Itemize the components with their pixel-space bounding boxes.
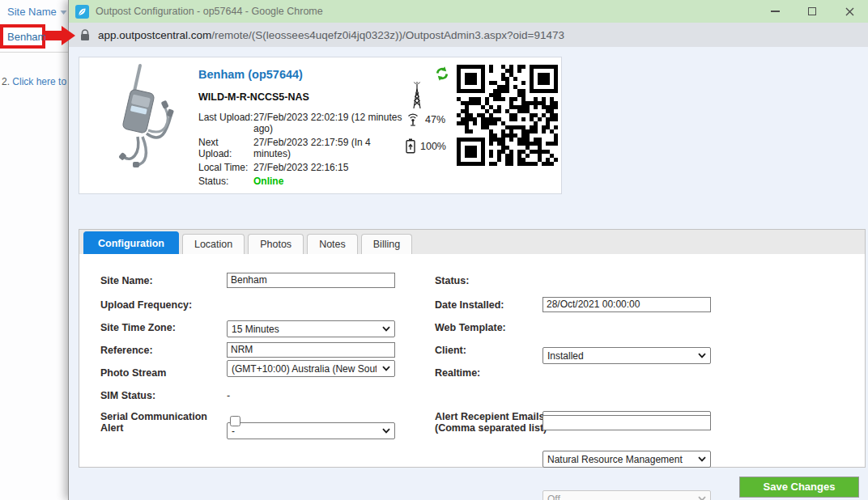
- url-path: /remote/(S(leossees4uqefz0i4jq0323z))/Ou…: [211, 29, 564, 41]
- next-upload-value: 27/Feb/2023 22:17:59 (In 4 minutes): [253, 137, 411, 159]
- annotation-arrow: [45, 31, 62, 40]
- device-photo: [96, 62, 197, 179]
- web-template-label: Web Template:: [435, 322, 548, 333]
- sim-status-label: SIM Status:: [100, 390, 227, 401]
- lock-icon: [80, 29, 90, 41]
- url-host: app.outpostcentral.com: [98, 29, 211, 41]
- maximize-button[interactable]: [794, 0, 831, 23]
- battery-icon: [406, 138, 415, 154]
- chevron-down-icon: [382, 428, 390, 434]
- alert-recipient-emails-field: [542, 414, 711, 430]
- site-time-zone-value: (GMT+10:00) Australia (New South Wales): [228, 363, 377, 375]
- tab-photos[interactable]: Photos: [248, 234, 304, 254]
- photo-stream-label: Photo Stream: [100, 367, 227, 379]
- annotation-arrow-head: [62, 26, 75, 45]
- chevron-down-icon: [698, 496, 706, 500]
- device-summary-card: Benham (op57644) WILD-M-R-NCCS5-NAS Last…: [79, 57, 562, 194]
- list-item: 2. Click here to sl: [2, 76, 76, 87]
- site-time-zone-label: Site Time Zone:: [100, 322, 227, 333]
- minimize-button[interactable]: [756, 0, 794, 23]
- local-time-label: Local Time:: [198, 162, 253, 173]
- tab-billing[interactable]: Billing: [361, 234, 412, 254]
- sort-icon: [60, 6, 67, 18]
- tab-configuration[interactable]: Configuration: [83, 231, 179, 254]
- annotation-highlight-box: Benham: [0, 24, 45, 49]
- signal-icon: [406, 112, 420, 126]
- last-upload-label: Last Upload:: [198, 112, 253, 134]
- status-row: Status: Online: [198, 176, 411, 187]
- last-upload-row: Last Upload: 27/Feb/2023 22:02:19 (12 mi…: [198, 112, 411, 134]
- battery-percent: 100%: [420, 141, 446, 152]
- alert-recipient-emails-label: Alert Recepient Emails (Comma separated …: [435, 411, 548, 434]
- photo-stream-select[interactable]: -: [227, 422, 395, 439]
- local-time-value: 27/Feb/2023 22:16:15: [253, 162, 411, 173]
- antenna-tower-icon: [408, 81, 426, 113]
- page-url: app.outpostcentral.com/remote/(S(leossee…: [98, 29, 564, 41]
- device-info: Benham (op57644) WILD-M-R-NCCS5-NAS Last…: [198, 68, 411, 189]
- background-site-list: Site Name 2. Click here to sl: [0, 0, 68, 500]
- last-upload-value: 27/Feb/2023 22:02:19 (12 minutes ago): [253, 112, 411, 134]
- serial-communication-alert-label: Serial Communication Alert: [100, 411, 227, 434]
- sim-status-value: -: [227, 390, 230, 401]
- serial-communication-alert-checkbox[interactable]: [230, 416, 240, 426]
- upload-frequency-select[interactable]: 15 Minutes: [227, 320, 395, 337]
- chevron-down-icon: [382, 326, 390, 332]
- date-installed-input[interactable]: [542, 297, 711, 312]
- signal-percent: 47%: [425, 114, 445, 125]
- click-here-link[interactable]: Click here to sl: [12, 76, 76, 87]
- qr-code: [457, 65, 558, 166]
- reference-field: [227, 341, 395, 358]
- device-name: Benham (op57644): [198, 68, 411, 81]
- site-link-benham[interactable]: Benham: [7, 31, 46, 43]
- site-name-column-header[interactable]: Site Name: [7, 6, 67, 18]
- tab-notes[interactable]: Notes: [307, 234, 358, 254]
- status-label: Status:: [198, 176, 253, 187]
- photo-stream-value: -: [228, 426, 377, 437]
- window-titlebar: Outpost Configuration - op57644 - Google…: [69, 0, 868, 23]
- close-button[interactable]: [831, 0, 868, 23]
- client-label: Client:: [435, 345, 548, 356]
- page-content: Benham (op57644) WILD-M-R-NCCS5-NAS Last…: [69, 47, 868, 500]
- status-select-value: Installed: [543, 350, 692, 362]
- site-name-field: [227, 272, 395, 288]
- device-status-rows: Last Upload: 27/Feb/2023 22:02:19 (12 mi…: [198, 112, 411, 187]
- minimize-icon: [771, 11, 780, 12]
- date-installed-field: [542, 296, 711, 312]
- tab-strip: Configuration Location Photos Notes Bill…: [79, 230, 865, 254]
- upload-frequency-label: Upload Frequency:: [100, 299, 227, 311]
- status-select[interactable]: Installed: [542, 347, 711, 364]
- signal-strength: 47%: [406, 112, 445, 126]
- realtime-value: Off: [543, 494, 692, 500]
- configuration-panel: Configuration Location Photos Notes Bill…: [79, 229, 866, 468]
- local-time-row: Local Time: 27/Feb/2023 22:16:15: [198, 162, 411, 173]
- maximize-icon: [808, 7, 816, 15]
- address-bar[interactable]: app.outpostcentral.com/remote/(S(leossee…: [69, 23, 868, 47]
- next-upload-label: Next Upload:: [198, 137, 253, 159]
- tab-location[interactable]: Location: [182, 234, 245, 254]
- alert-recipient-emails-input[interactable]: [542, 415, 711, 430]
- chevron-down-icon: [382, 366, 390, 371]
- site-name-label: Site Name:: [100, 275, 227, 286]
- status-online-value: Online: [253, 176, 411, 187]
- realtime-label: Realtime:: [435, 367, 548, 379]
- chevron-down-icon: [698, 353, 706, 358]
- client-select[interactable]: Natural Resource Management: [542, 451, 711, 468]
- close-icon: [845, 7, 854, 16]
- site-time-zone-select[interactable]: (GMT+10:00) Australia (New South Wales): [227, 360, 395, 377]
- next-upload-row: Next Upload: 27/Feb/2023 22:17:59 (In 4 …: [198, 137, 411, 159]
- save-changes-button[interactable]: Save Changes: [739, 477, 859, 498]
- window-controls: [756, 0, 868, 23]
- upload-frequency-value: 15 Minutes: [228, 324, 377, 335]
- status-field-label: Status:: [435, 275, 548, 286]
- outpost-leaf-icon: [75, 5, 89, 19]
- row-number: 2.: [2, 76, 10, 87]
- site-name-column-label: Site Name: [7, 6, 57, 18]
- reference-input[interactable]: [227, 342, 395, 358]
- device-model: WILD-M-R-NCCS5-NAS: [198, 91, 411, 103]
- battery-level: 100%: [406, 138, 446, 154]
- realtime-select-disabled: Off: [542, 490, 711, 500]
- refresh-icon[interactable]: [434, 66, 450, 85]
- site-name-input[interactable]: [227, 273, 395, 288]
- sidebar-divider: [0, 52, 68, 53]
- reference-label: Reference:: [100, 345, 227, 356]
